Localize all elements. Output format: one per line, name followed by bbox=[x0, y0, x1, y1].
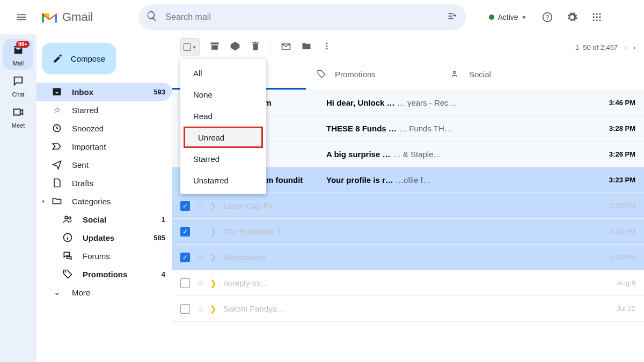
sidebar-item-drafts[interactable]: Drafts bbox=[36, 174, 172, 192]
row-checkbox[interactable]: ✓ bbox=[180, 227, 190, 237]
star-icon[interactable]: ☆ bbox=[196, 201, 203, 211]
sidebar-item-promotions[interactable]: Promotions4 bbox=[36, 265, 172, 283]
help-icon[interactable]: ? bbox=[537, 6, 558, 28]
divider bbox=[270, 42, 271, 53]
dropdown-none[interactable]: None bbox=[180, 84, 266, 105]
chat-icon bbox=[12, 75, 24, 89]
important-marker-icon[interactable]: ❯ bbox=[210, 201, 217, 211]
settings-icon[interactable] bbox=[561, 6, 583, 28]
star-icon[interactable]: ☆ bbox=[196, 253, 203, 262]
star-icon[interactable]: ☆ bbox=[196, 227, 203, 237]
mail-row[interactable]: ✓☆❯Large Cap Fu…2:33 PM bbox=[172, 193, 644, 219]
mail-badge: 99+ bbox=[16, 41, 30, 48]
clock-icon bbox=[52, 123, 62, 134]
svg-point-18 bbox=[326, 48, 328, 50]
sidebar-item-updates[interactable]: Updates585 bbox=[36, 228, 172, 247]
caret-down-icon: ▼ bbox=[522, 14, 527, 20]
apps-icon[interactable] bbox=[586, 6, 608, 28]
next-page-icon[interactable]: › bbox=[633, 43, 635, 51]
prev-page-icon[interactable]: ‹ bbox=[624, 43, 626, 51]
svg-point-15 bbox=[65, 271, 67, 273]
dropdown-starred[interactable]: Starred bbox=[180, 148, 266, 169]
sidebar-item-categories[interactable]: ▾Categories bbox=[36, 192, 172, 210]
move-icon[interactable] bbox=[301, 41, 312, 54]
svg-point-6 bbox=[596, 16, 598, 18]
row-checkbox[interactable]: ✓ bbox=[180, 201, 190, 211]
svg-point-2 bbox=[593, 13, 595, 15]
sidebar-item-social[interactable]: Social1 bbox=[36, 210, 172, 228]
gmail-logo[interactable]: Gmail bbox=[41, 9, 93, 26]
main-menu-button[interactable] bbox=[9, 4, 34, 30]
mail-row[interactable]: ✓☆❯The Economic T…2:23 PM bbox=[172, 219, 644, 245]
search-bar[interactable] bbox=[138, 4, 466, 30]
rail-meet[interactable]: Meet bbox=[3, 101, 33, 132]
search-options-icon[interactable] bbox=[447, 10, 458, 24]
dropdown-unstarred[interactable]: Unstarred bbox=[180, 169, 266, 191]
mail-row[interactable]: ✓☆❯Magicbricks2:20 PM bbox=[172, 245, 644, 270]
row-checkbox[interactable] bbox=[180, 304, 190, 314]
sidebar-item-important[interactable]: Important bbox=[36, 137, 172, 156]
important-marker-icon[interactable]: ❯ bbox=[210, 253, 217, 262]
svg-point-4 bbox=[599, 13, 601, 15]
star-icon[interactable]: ☆ bbox=[196, 278, 203, 288]
search-input[interactable] bbox=[165, 12, 442, 22]
select-all-dropdown[interactable]: ▼ bbox=[180, 38, 200, 56]
info-icon bbox=[62, 232, 73, 243]
tab-promotions[interactable]: Promotions bbox=[306, 60, 440, 90]
important-icon bbox=[52, 141, 62, 152]
chevron-down-icon: ⌄ bbox=[52, 287, 62, 298]
mail-row[interactable]: ☆❯noreply-ss…Aug 9 bbox=[172, 270, 644, 296]
sidebar-item-forums[interactable]: Forums bbox=[36, 247, 172, 265]
status-text: Active bbox=[497, 13, 518, 21]
dropdown-read[interactable]: Read bbox=[180, 105, 266, 127]
search-icon[interactable] bbox=[146, 10, 158, 24]
dropdown-unread[interactable]: Unread bbox=[184, 127, 263, 148]
important-marker-icon[interactable]: ❯ bbox=[210, 304, 217, 314]
svg-point-10 bbox=[599, 19, 601, 21]
svg-point-3 bbox=[596, 13, 598, 15]
compose-button[interactable]: Compose bbox=[42, 43, 116, 74]
dropdown-all[interactable]: All bbox=[180, 62, 266, 84]
mail-icon: 99+ bbox=[12, 44, 24, 58]
forum-icon bbox=[62, 250, 73, 261]
sent-icon bbox=[52, 159, 62, 170]
status-dot-icon bbox=[489, 14, 494, 20]
svg-point-9 bbox=[596, 19, 598, 21]
spam-icon[interactable] bbox=[230, 41, 240, 54]
mail-row[interactable]: ☆❯Sakshi Pandya…Jul 22 bbox=[172, 296, 644, 322]
row-checkbox[interactable] bbox=[180, 278, 190, 288]
svg-point-8 bbox=[593, 19, 595, 21]
archive-icon[interactable] bbox=[209, 41, 220, 54]
important-marker-icon[interactable]: ❯ bbox=[210, 278, 217, 288]
inbox-icon bbox=[52, 86, 62, 97]
gmail-text: Gmail bbox=[62, 10, 93, 24]
mark-read-icon[interactable] bbox=[281, 41, 291, 54]
tag-icon bbox=[62, 269, 73, 279]
rail-mail[interactable]: 99+ Mail bbox=[3, 39, 33, 70]
svg-point-13 bbox=[69, 217, 71, 219]
people-icon bbox=[62, 214, 73, 225]
row-checkbox[interactable]: ✓ bbox=[180, 253, 190, 262]
sidebar-item-sent[interactable]: Sent bbox=[36, 156, 172, 174]
delete-icon[interactable] bbox=[250, 41, 261, 54]
svg-point-12 bbox=[65, 216, 68, 219]
svg-point-19 bbox=[453, 71, 456, 74]
sidebar-item-starred[interactable]: ☆Starred bbox=[36, 101, 172, 119]
star-icon[interactable]: ☆ bbox=[196, 304, 203, 314]
folder-icon bbox=[52, 196, 62, 206]
svg-point-17 bbox=[326, 46, 328, 47]
svg-point-16 bbox=[326, 43, 328, 45]
sidebar-item-snoozed[interactable]: Snoozed bbox=[36, 119, 172, 137]
sidebar-item-inbox[interactable]: Inbox593 bbox=[36, 83, 172, 101]
status-chip[interactable]: Active ▼ bbox=[482, 9, 533, 25]
sidebar-item-more[interactable]: ⌄More bbox=[36, 283, 172, 301]
meet-icon bbox=[12, 106, 24, 120]
tab-social[interactable]: Social bbox=[440, 60, 574, 90]
star-icon: ☆ bbox=[52, 105, 62, 115]
select-dropdown-menu: All None Read Unread Starred Unstarred bbox=[180, 59, 266, 194]
svg-point-7 bbox=[599, 16, 601, 18]
important-marker-icon[interactable]: ❯ bbox=[210, 227, 217, 237]
svg-point-5 bbox=[593, 16, 595, 18]
rail-chat[interactable]: Chat bbox=[3, 70, 33, 101]
more-icon[interactable] bbox=[321, 41, 332, 54]
